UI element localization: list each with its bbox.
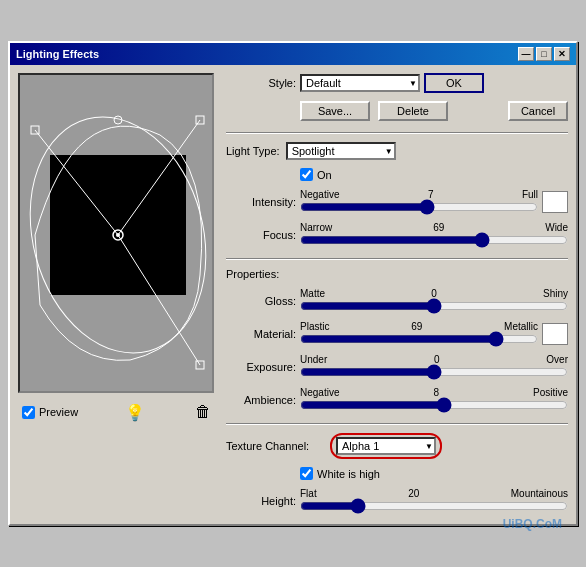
material-slider-row [300,332,538,346]
gloss-label: Gloss: [226,295,296,307]
focus-slider-row [300,233,568,247]
height-label: Height: [226,495,296,507]
light-icon-button[interactable]: 💡 [124,401,146,423]
watermark: UiBQ.CoM [503,517,562,531]
exposure-slider-row [300,365,568,379]
ambience-row: Ambience: Negative 8 Positive [226,387,568,412]
ambience-slider[interactable] [300,398,568,412]
save-button[interactable]: Save... [300,101,370,121]
properties-label: Properties: [226,268,279,280]
gloss-row: Gloss: Matte 0 Shiny [226,288,568,313]
on-label: On [317,169,332,181]
delete-button[interactable]: Delete [378,101,448,121]
gloss-slider-row [300,299,568,313]
style-row: Style: Default 2 O'Clock Spotlight OK [226,73,568,93]
preview-label: Preview [39,406,78,418]
delete-light-button[interactable]: 🗑 [192,401,214,423]
maximize-button[interactable]: □ [536,47,552,61]
cancel-button[interactable]: Cancel [508,101,568,121]
preview-checkbox[interactable] [22,406,35,419]
divider-2 [226,258,568,260]
properties-label-row: Properties: [226,268,568,280]
intensity-color-swatch[interactable] [542,191,568,213]
material-row: Material: Plastic 69 Metallic [226,321,568,346]
lighting-effects-dialog: Lighting Effects — □ ✕ [8,41,578,526]
on-checkbox-label[interactable]: On [300,168,332,181]
close-button[interactable]: ✕ [554,47,570,61]
focus-row: Focus: Narrow 69 Wide [226,222,568,247]
ambience-slider-group: Negative 8 Positive [300,387,568,412]
height-row: Height: Flat 20 Mountainous UiBQ.CoM [226,488,568,513]
light-type-select-wrapper: Spotlight Omni Directional [286,142,396,160]
preview-controls: Preview 💡 🗑 [18,399,218,425]
white-is-high-checkbox[interactable] [300,467,313,480]
focus-slider-group: Narrow 69 Wide [300,222,568,247]
title-bar: Lighting Effects — □ ✕ [10,43,576,65]
right-panel: Style: Default 2 O'Clock Spotlight OK Sa… [226,73,568,516]
intensity-slider[interactable] [300,200,538,214]
texture-channel-select[interactable]: None Alpha 1 Alpha 2 [336,437,436,455]
gloss-slider-group: Matte 0 Shiny [300,288,568,313]
focus-label: Focus: [226,229,296,241]
ambience-label: Ambience: [226,394,296,406]
on-row: On [226,168,568,181]
light-type-select[interactable]: Spotlight Omni Directional [286,142,396,160]
ambience-slider-row [300,398,568,412]
lighting-preview-svg [20,75,214,393]
intensity-label: Intensity: [226,196,296,208]
dialog-title: Lighting Effects [16,48,99,60]
material-color-swatch[interactable] [542,323,568,345]
style-select[interactable]: Default 2 O'Clock Spotlight [300,74,420,92]
material-slider[interactable] [300,332,538,346]
exposure-row: Exposure: Under 0 Over [226,354,568,379]
style-select-wrapper: Default 2 O'Clock Spotlight [300,74,420,92]
texture-channel-section-label: Texture Channel: [226,440,326,452]
preview-canvas [18,73,214,393]
white-is-high-text: White is high [317,468,380,480]
white-is-high-row: White is high [226,467,568,480]
height-slider-row [300,499,568,513]
exposure-slider[interactable] [300,365,568,379]
gloss-slider[interactable] [300,299,568,313]
style-label: Style: [226,77,296,89]
material-slider-group: Plastic 69 Metallic [300,321,538,346]
height-slider-group: Flat 20 Mountainous [300,488,568,513]
divider-3 [226,423,568,425]
exposure-label: Exposure: [226,361,296,373]
intensity-slider-group: Negative 7 Full [300,189,538,214]
texture-channel-row: Texture Channel: None Alpha 1 Alpha 2 [226,433,568,459]
intensity-slider-row [300,200,538,214]
minimize-button[interactable]: — [518,47,534,61]
texture-channel-select-wrapper: None Alpha 1 Alpha 2 [336,437,436,455]
light-type-row: Light Type: Spotlight Omni Directional [226,142,568,160]
dialog-body: Preview 💡 🗑 Style: Default 2 O'Clock Spo… [10,65,576,524]
focus-slider[interactable] [300,233,568,247]
title-bar-buttons: — □ ✕ [518,47,570,61]
svg-point-7 [116,233,120,237]
preview-checkbox-label[interactable]: Preview [22,406,78,419]
ok-button[interactable]: OK [424,73,484,93]
divider-1 [226,132,568,134]
save-delete-row: Save... Delete Cancel [226,101,568,121]
material-label: Material: [226,328,296,340]
left-panel: Preview 💡 🗑 [18,73,218,516]
svg-rect-1 [50,155,186,295]
intensity-row: Intensity: Negative 7 Full [226,189,568,214]
height-slider[interactable] [300,499,568,513]
white-is-high-label[interactable]: White is high [300,467,380,480]
on-checkbox[interactable] [300,168,313,181]
exposure-slider-group: Under 0 Over [300,354,568,379]
texture-channel-highlight: None Alpha 1 Alpha 2 [330,433,442,459]
light-type-label: Light Type: [226,145,280,157]
